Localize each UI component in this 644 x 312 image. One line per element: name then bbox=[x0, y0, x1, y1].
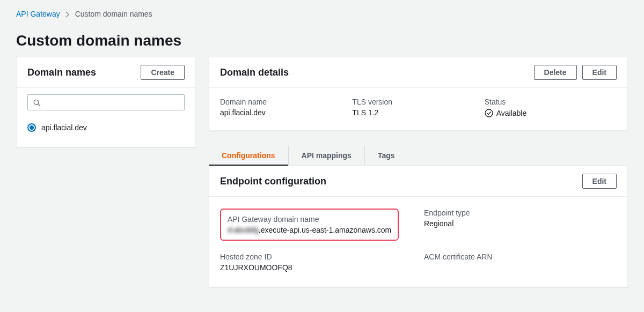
tab-tags[interactable]: Tags bbox=[365, 146, 408, 165]
svg-point-0 bbox=[34, 100, 39, 105]
domain-item-label: api.flacial.dev bbox=[41, 123, 87, 132]
domain-details-panel: Domain details Delete Edit Domain name a… bbox=[209, 57, 628, 131]
domain-names-panel: Domain names Create api.flacial.dev bbox=[16, 57, 196, 147]
breadcrumb: API Gateway Custom domain names bbox=[0, 0, 644, 23]
domain-names-title: Domain names bbox=[27, 67, 96, 78]
redacted-prefix: d-abcdefg bbox=[228, 226, 259, 234]
api-gateway-domain-label: API Gateway domain name bbox=[228, 215, 391, 224]
domain-details-title: Domain details bbox=[220, 67, 289, 78]
edit-button[interactable]: Edit bbox=[582, 65, 617, 80]
domain-name-label: Domain name bbox=[220, 98, 352, 106]
acm-arn-label: ACM certificate ARN bbox=[424, 252, 617, 261]
check-circle-icon bbox=[485, 108, 493, 117]
tls-version-value: TLS 1.2 bbox=[352, 108, 484, 117]
status-label: Status bbox=[485, 98, 617, 106]
api-gateway-domain-highlight: API Gateway domain name d-abcdefg.execut… bbox=[220, 209, 399, 241]
status-value: Available bbox=[496, 109, 527, 117]
domain-name-value: api.flacial.dev bbox=[220, 108, 352, 117]
breadcrumb-root-link[interactable]: API Gateway bbox=[16, 10, 60, 18]
api-gateway-domain-value: d-abcdefg.execute-api.us-east-1.amazonaw… bbox=[228, 226, 391, 234]
tab-api-mappings[interactable]: API mappings bbox=[289, 146, 365, 165]
radio-checked-icon[interactable] bbox=[27, 123, 36, 132]
domain-list-item[interactable]: api.flacial.dev bbox=[27, 119, 185, 136]
search-icon bbox=[33, 98, 41, 107]
endpoint-config-title: Endpoint configuration bbox=[220, 176, 326, 187]
endpoint-edit-button[interactable]: Edit bbox=[582, 174, 617, 189]
create-button[interactable]: Create bbox=[141, 65, 185, 80]
page-title: Custom domain names bbox=[0, 23, 644, 57]
delete-button[interactable]: Delete bbox=[534, 65, 577, 80]
hosted-zone-label: Hosted zone ID bbox=[220, 252, 402, 261]
search-input-wrap[interactable] bbox=[27, 94, 185, 110]
tls-version-label: TLS version bbox=[352, 98, 484, 106]
svg-point-2 bbox=[485, 109, 493, 117]
tabs: Configurations API mappings Tags bbox=[209, 146, 628, 166]
svg-line-1 bbox=[38, 104, 40, 106]
search-input[interactable] bbox=[45, 98, 179, 107]
chevron-right-icon bbox=[65, 10, 70, 18]
endpoint-type-label: Endpoint type bbox=[424, 209, 617, 217]
endpoint-type-value: Regional bbox=[424, 219, 617, 228]
tab-configurations[interactable]: Configurations bbox=[209, 146, 289, 165]
endpoint-config-panel: Endpoint configuration Edit API Gateway … bbox=[209, 166, 628, 287]
breadcrumb-current: Custom domain names bbox=[75, 10, 152, 18]
api-gateway-domain-suffix: .execute-api.us-east-1.amazonaws.com bbox=[259, 226, 391, 234]
hosted-zone-value: Z1UJRXOUMOOFQ8 bbox=[220, 263, 402, 272]
